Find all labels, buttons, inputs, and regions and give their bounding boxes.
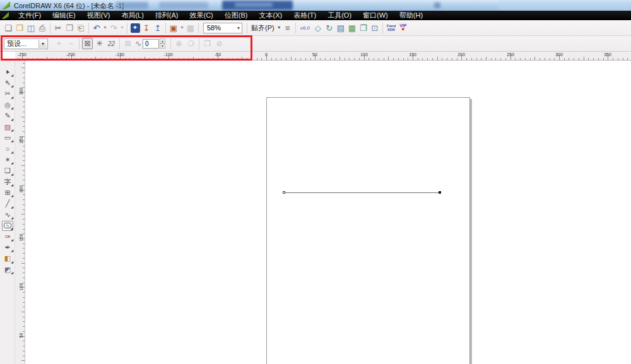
hruler-label: 150 (409, 52, 416, 57)
convert-to-curves-button[interactable]: ❍ (186, 38, 196, 49)
menu-item-1[interactable]: 编辑(E) (47, 11, 81, 20)
window-title: CorelDRAW X6 (64 位) - [未命名 -1] (14, 1, 124, 11)
copy-plugin-icon[interactable]: ❐ (358, 22, 369, 34)
refresh-plugin-icon[interactable]: ↻ (324, 22, 335, 34)
application-launcher-button[interactable]: ▣ (168, 22, 179, 34)
hruler-label: 300 (555, 52, 563, 57)
import-button[interactable]: ↧ (141, 22, 152, 34)
shape-tool[interactable]: ⇖◢ (2, 78, 13, 88)
paste-button[interactable]: ⎗ (75, 22, 86, 34)
line-end-node[interactable] (439, 191, 441, 194)
menu-item-0[interactable]: 文件(F) (13, 11, 47, 20)
drawn-line-object[interactable] (285, 192, 439, 193)
color-eyedropper-tool[interactable]: ✑◢ (2, 232, 13, 242)
freehand-tool[interactable]: ✎◢ (2, 111, 13, 121)
vertical-ruler[interactable]: 30025020015010050 (15, 61, 25, 364)
coreldraw-menu-logo-icon[interactable] (2, 12, 9, 19)
remove-preset-button[interactable]: − (66, 38, 76, 49)
vruler-label: 150 (19, 233, 23, 243)
add-preset-button[interactable]: + (54, 38, 64, 49)
spin-up-icon[interactable]: ▴ (160, 38, 165, 44)
fill-tool[interactable]: ◧◢ (2, 254, 13, 264)
basic-shapes-tool[interactable]: ❏◢ (2, 166, 13, 176)
copy-distortion-button[interactable]: ❐ (202, 38, 213, 49)
menu-item-9[interactable]: 工具(O) (322, 11, 357, 20)
amplitude-spinner[interactable]: ▴ ▾ (160, 38, 165, 49)
spin-down-icon[interactable]: ▾ (160, 44, 165, 49)
frame-plugin-icon[interactable]: ▦ (346, 22, 358, 34)
welcome-screen-button[interactable]: ▦ (185, 22, 196, 34)
table-tool[interactable]: ⊞◢ (2, 187, 13, 197)
fill-icon: ◧ (4, 254, 11, 262)
rectangle-tool[interactable]: ▭◢ (2, 132, 13, 143)
clear-distortion-button[interactable]: ⊘ (214, 38, 225, 49)
zoom-tool[interactable]: ◎◢ (2, 100, 13, 110)
page-canvas[interactable] (266, 97, 470, 364)
menu-item-10[interactable]: 窗口(W) (357, 11, 394, 20)
menu-item-4[interactable]: 排列(A) (150, 11, 184, 20)
open-button[interactable]: ❒ (14, 22, 25, 34)
ellipse-tool[interactable]: ○◢ (2, 144, 13, 154)
add-new-distortion-button[interactable]: ⊞ (122, 38, 133, 49)
redo-button[interactable]: ↷ (108, 22, 119, 34)
chevron-down-icon[interactable]: ▾ (237, 25, 240, 31)
print-button[interactable]: ⎙ (37, 22, 48, 34)
search-content-button[interactable]: ✦ (129, 22, 141, 34)
distortion-amplitude-input[interactable] (143, 39, 159, 49)
node-plugin-icon[interactable]: ◇ (312, 22, 324, 34)
line-start-node[interactable] (283, 191, 285, 194)
undo-button[interactable]: ↶ (91, 22, 102, 34)
sdk-plugin-button[interactable]: Fand SDK (385, 24, 398, 32)
new-document-button[interactable]: ❏ (3, 22, 14, 34)
zoom-level-combo[interactable]: 58% ▾ (203, 23, 242, 33)
menu-item-3[interactable]: 布局(L) (115, 11, 149, 20)
smart-fill-tool[interactable]: ▨◢ (2, 122, 13, 132)
snap-to-button[interactable]: 贴齐(P) (249, 23, 276, 33)
menu-item-7[interactable]: 文本(X) (253, 11, 288, 20)
blurred-segment (498, 1, 631, 10)
twister-distortion-button[interactable]: 22 (106, 38, 117, 49)
menu-item-11[interactable]: 帮助(H) (394, 11, 428, 20)
menu-item-6[interactable]: 位图(B) (219, 11, 254, 20)
snap-dropdown[interactable]: ▾ (276, 22, 282, 34)
options-button[interactable]: ≡ (282, 22, 293, 34)
coreldraw-window: CorelDRAW X6 (64 位) - [未命名 -1] 文件(F)编辑(E… (0, 0, 631, 364)
crop-icon: ✂ (4, 90, 10, 98)
blurred-taskbar-segment (115, 2, 148, 9)
connector-tool[interactable]: ∿◢ (2, 209, 13, 220)
undo-dropdown[interactable]: ▾ (102, 22, 108, 34)
page-plugin-icon[interactable]: ▤ (335, 22, 346, 34)
redo-dropdown[interactable]: ▾ (119, 22, 125, 34)
launcher-dropdown[interactable]: ▾ (179, 22, 185, 34)
preset-value: 预设... (7, 39, 27, 49)
cut-button[interactable]: ✂ (52, 22, 64, 34)
flyout-arrow-icon: ◢ (11, 249, 13, 252)
export-button[interactable]: ↥ (152, 22, 163, 34)
outline-pen-tool[interactable]: ✒◢ (2, 242, 13, 252)
parallel-dimension-icon: ╱ (6, 199, 10, 208)
flyout-arrow-icon: ◢ (11, 95, 13, 99)
vip-plugin-button[interactable]: VIP ♥ (398, 24, 408, 32)
polygon-tool[interactable]: ✶◢ (2, 155, 13, 165)
push-pull-distortion-button[interactable]: ⊠ (82, 38, 93, 49)
crop-tool[interactable]: ✂◢ (2, 89, 13, 99)
parallel-dimension-tool[interactable]: ╱◢ (2, 199, 13, 209)
copy-button[interactable]: ❐ (64, 22, 75, 34)
pick-tool[interactable]: ➤◢ (2, 67, 13, 77)
drawing-area[interactable] (26, 61, 631, 364)
menu-item-2[interactable]: 视图(V) (81, 11, 116, 20)
zipper-distortion-button[interactable]: ✳ (94, 38, 105, 49)
save-button[interactable]: ◫ (25, 22, 37, 34)
preset-dropdown[interactable]: 预设... ▾ (4, 38, 48, 49)
interactive-fill-tool[interactable]: ◩◢ (2, 264, 13, 274)
flyout-arrow-icon: ◢ (11, 161, 13, 165)
center-distortion-button[interactable]: ⊕ (174, 38, 184, 49)
text-tool[interactable]: 字◢ (2, 177, 13, 187)
chevron-down-icon[interactable]: ▾ (38, 40, 47, 48)
distort-tool[interactable]: ∿◢ (2, 221, 13, 231)
stack-plugin-icon[interactable]: ⊡ (369, 22, 380, 34)
menu-item-5[interactable]: 效果(C) (184, 11, 219, 20)
menu-item-8[interactable]: 表格(T) (288, 11, 322, 20)
flyout-arrow-icon: ◢ (11, 194, 13, 197)
horizontal-ruler[interactable]: -250-200-150-100-50050100150200250300350 (15, 52, 631, 61)
